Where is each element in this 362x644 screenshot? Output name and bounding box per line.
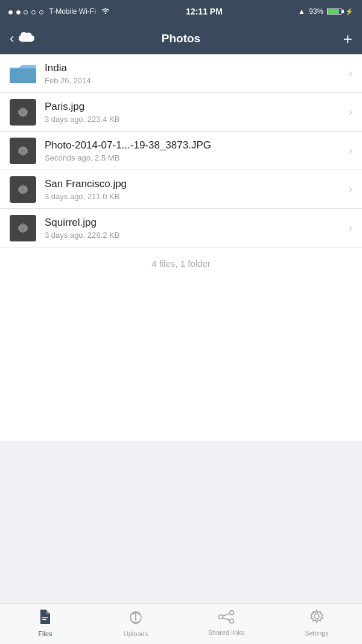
- wifi-icon: [101, 7, 110, 16]
- file-meta: 3 days ago, 228.2 KB: [45, 231, 344, 240]
- tab-settings[interactable]: Settings: [272, 604, 362, 644]
- svg-rect-2: [10, 69, 36, 83]
- file-meta: 3 days ago, 223.4 KB: [45, 115, 344, 124]
- file-list: India Feb 26, 2014 › Paris.jpg 3 days ag…: [0, 54, 362, 441]
- file-name: San Francisco.jpg: [45, 178, 344, 190]
- battery-percent: 93%: [309, 7, 323, 16]
- file-info: Photo-2014-07-1...-19-38_3873.JPG Second…: [45, 139, 344, 162]
- svg-point-11: [219, 614, 223, 619]
- tab-shared-links[interactable]: Shared links: [181, 604, 272, 644]
- file-info: San Francisco.jpg 3 days ago, 211.0 KB: [45, 178, 344, 201]
- file-name: Photo-2014-07-1...-19-38_3873.JPG: [45, 139, 344, 151]
- file-name: Paris.jpg: [45, 101, 344, 113]
- chevron-right-icon: ›: [349, 67, 352, 80]
- svg-rect-8: [42, 617, 48, 618]
- file-info: Squirrel.jpg 3 days ago, 228.2 KB: [45, 217, 344, 240]
- svg-point-13: [230, 619, 234, 623]
- svg-point-12: [230, 610, 234, 614]
- svg-point-4: [21, 110, 25, 114]
- chevron-right-icon: ›: [349, 222, 352, 234]
- signal-dots: [8, 7, 45, 16]
- files-icon: [38, 608, 52, 628]
- tab-uploads[interactable]: Uploads: [91, 604, 181, 644]
- chevron-right-icon: ›: [349, 144, 352, 157]
- cloud-icon: [17, 31, 36, 46]
- battery-indicator: [327, 8, 341, 15]
- chevron-right-icon: ›: [349, 183, 352, 196]
- image-thumb: [10, 138, 36, 164]
- tab-shared-links-label: Shared links: [208, 629, 245, 636]
- image-thumb: [10, 215, 36, 241]
- shared-links-icon: [218, 610, 235, 626]
- image-thumb: [10, 176, 36, 203]
- list-item[interactable]: India Feb 26, 2014 ›: [0, 54, 362, 93]
- list-item[interactable]: Paris.jpg 3 days ago, 223.4 KB ›: [0, 93, 362, 132]
- svg-point-5: [21, 148, 25, 153]
- status-right: ▲ 93% ⚡: [298, 7, 354, 16]
- charge-icon: ⚡: [345, 8, 354, 16]
- status-left: T-Mobile Wi-Fi: [8, 7, 110, 16]
- file-meta: Feb 26, 2014: [45, 76, 344, 85]
- status-time: 12:11 PM: [186, 7, 223, 16]
- file-info: Paris.jpg 3 days ago, 223.4 KB: [45, 101, 344, 124]
- carrier-label: T-Mobile Wi-Fi: [49, 7, 96, 16]
- tab-settings-label: Settings: [305, 630, 329, 637]
- back-chevron-icon: ‹: [10, 32, 14, 45]
- back-button[interactable]: ‹: [10, 31, 36, 46]
- tab-uploads-label: Uploads: [124, 630, 148, 637]
- svg-point-7: [21, 226, 25, 230]
- file-count-summary: 4 files, 1 folder: [0, 247, 362, 279]
- folder-thumb: [10, 60, 36, 87]
- page-title: Photos: [162, 32, 200, 45]
- content-spacer: [0, 441, 362, 603]
- svg-point-6: [21, 187, 25, 191]
- svg-line-15: [223, 617, 229, 619]
- settings-icon: [309, 609, 325, 627]
- file-meta: 3 days ago, 211.0 KB: [45, 192, 344, 201]
- uploads-icon: [128, 608, 144, 628]
- svg-rect-9: [42, 619, 46, 620]
- file-name: India: [45, 62, 344, 74]
- svg-point-0: [105, 12, 106, 13]
- location-icon: ▲: [298, 7, 305, 16]
- file-info: India Feb 26, 2014: [45, 62, 344, 85]
- status-bar: T-Mobile Wi-Fi 12:11 PM ▲ 93% ⚡: [0, 0, 362, 23]
- file-name: Squirrel.jpg: [45, 217, 344, 229]
- image-thumb: [10, 99, 36, 126]
- list-item[interactable]: San Francisco.jpg 3 days ago, 211.0 KB ›: [0, 170, 362, 209]
- list-item[interactable]: Photo-2014-07-1...-19-38_3873.JPG Second…: [0, 132, 362, 170]
- tab-files-label: Files: [38, 630, 52, 637]
- nav-bar: ‹ Photos +: [0, 23, 362, 54]
- file-meta: Seconds ago, 2.5 MB: [45, 153, 344, 162]
- list-item[interactable]: Squirrel.jpg 3 days ago, 228.2 KB ›: [0, 209, 362, 247]
- svg-line-14: [223, 613, 229, 615]
- tab-bar: Files Uploads Shared links: [0, 603, 362, 644]
- tab-files[interactable]: Files: [0, 604, 91, 644]
- add-button[interactable]: +: [343, 31, 352, 46]
- chevron-right-icon: ›: [349, 106, 352, 118]
- svg-point-16: [314, 614, 319, 619]
